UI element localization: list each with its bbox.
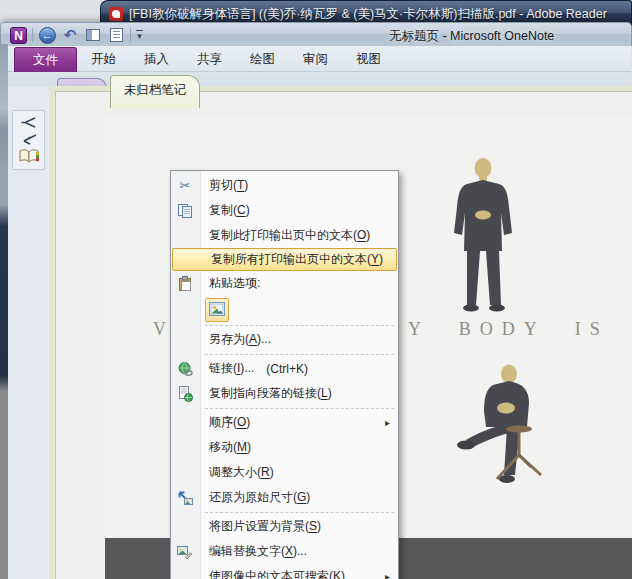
- menu-item-copy-text-this-page[interactable]: 复制此打印输出页中的文本(O): [171, 223, 398, 248]
- paste-picture-icon[interactable]: [205, 298, 229, 322]
- tab-view[interactable]: 视图: [342, 47, 395, 72]
- submenu-arrow-icon: ▸: [385, 417, 390, 428]
- menu-item-label: 将图片设置为背景(S): [209, 518, 321, 535]
- nav-back-icon[interactable]: [20, 132, 38, 145]
- undo-icon: ↶: [64, 28, 77, 42]
- scissors-icon: ✂: [176, 178, 194, 194]
- seated-man-photo[interactable]: [453, 363, 557, 513]
- menu-item-label: 使图像中的文本可搜索(K): [209, 568, 345, 579]
- paste-icon: [176, 276, 194, 292]
- qat-separator: [32, 28, 33, 42]
- menu-item-make-image-text-searchable[interactable]: 使图像中的文本可搜索(K)▸: [171, 564, 398, 579]
- cover-text-right: Y BODY IS: [408, 319, 609, 340]
- menu-item-label: 复制指向段落的链接(L): [209, 385, 332, 402]
- restore-size-icon: [176, 490, 194, 506]
- menu-item-save-as[interactable]: 另存为(A)...: [171, 327, 398, 352]
- shortcut-label: (Ctrl+K): [266, 362, 308, 376]
- window-title: 无标题页 - Microsoft OneNote: [389, 28, 554, 45]
- menu-item-label: 复制(C): [209, 202, 250, 219]
- document-icon: [110, 28, 123, 42]
- tab-review[interactable]: 审阅: [289, 47, 342, 72]
- menu-item-resize[interactable]: 调整大小(R): [171, 460, 398, 485]
- menu-item-move[interactable]: 移动(M): [171, 435, 398, 460]
- menu-item-cut[interactable]: ✂剪切(T): [171, 173, 398, 198]
- paragraph-link-icon: [176, 386, 194, 402]
- submenu-arrow-icon: ▸: [385, 571, 390, 579]
- menu-item-order[interactable]: 顺序(O)▸: [171, 410, 398, 435]
- menu-item-label: 移动(M): [209, 439, 251, 456]
- menu-item-set-picture-as-background[interactable]: 将图片设置为背景(S): [171, 514, 398, 539]
- tab-share[interactable]: 共享: [183, 47, 236, 72]
- paste-option-picture[interactable]: [171, 296, 398, 323]
- adobe-window-title: [FBI教你破解身体语言] ((美)乔·纳瓦罗 & (美)马文·卡尔林斯)扫描版…: [129, 6, 607, 23]
- tab-draw[interactable]: 绘图: [236, 47, 289, 72]
- menu-item-label: 编辑替换文字(X)...: [209, 543, 307, 560]
- quick-access-toolbar: N ← ↶ ▾: [10, 26, 143, 44]
- alt-text-icon: [176, 544, 194, 560]
- menu-item-copy-text-all-pages[interactable]: 复制所有打印输出页中的文本(Y): [172, 248, 397, 271]
- back-button[interactable]: ←: [38, 26, 56, 44]
- ribbon-tab-row: 文件 开始 插入 共享 绘图 审阅 视图: [1, 46, 631, 72]
- menu-item-label: 顺序(O): [209, 414, 250, 431]
- copy-icon: [176, 203, 194, 219]
- menu-item-label: 另存为(A)...: [209, 331, 271, 348]
- menu-item-label: 复制所有打印输出页中的文本(Y): [211, 251, 383, 268]
- menu-item-label: 剪切(T): [209, 177, 248, 194]
- context-menu: ✂剪切(T)复制(C)复制此打印输出页中的文本(O)复制所有打印输出页中的文本(…: [170, 170, 399, 579]
- nav-forward-icon[interactable]: [20, 116, 38, 129]
- adobe-reader-icon: [109, 7, 123, 21]
- menu-item-label: 粘贴选项:: [209, 275, 260, 292]
- qat-separator: [130, 28, 131, 42]
- notebooks-icon[interactable]: [18, 148, 40, 165]
- onenote-titlebar[interactable]: N ← ↶ ▾ 无标题页 - Microsoft OneNote: [0, 22, 632, 46]
- menu-item-copy[interactable]: 复制(C): [171, 198, 398, 223]
- dock-icon: [86, 29, 100, 41]
- onenote-logo[interactable]: N: [10, 27, 27, 44]
- menu-item-copy-paragraph-link[interactable]: 复制指向段落的链接(L): [171, 381, 398, 406]
- menu-item-label: 还原为原始尺寸(G): [209, 489, 310, 506]
- menu-item-edit-alt-text[interactable]: 编辑替换文字(X)...: [171, 539, 398, 564]
- undo-button[interactable]: ↶: [61, 26, 79, 44]
- window-edge-strip: [0, 44, 8, 579]
- standing-man-photo[interactable]: [438, 155, 528, 323]
- section-tab-unfiled-notes[interactable]: 未归档笔记: [110, 75, 200, 108]
- back-arrow-icon: ←: [39, 27, 56, 44]
- notebook-sidebar: [8, 86, 51, 579]
- tab-file[interactable]: 文件: [14, 47, 77, 72]
- paste-options-label: 粘贴选项:: [171, 271, 398, 296]
- tab-insert[interactable]: 插入: [130, 47, 183, 72]
- link-icon: [176, 361, 194, 377]
- menu-item-label: 链接(I)...: [209, 360, 254, 377]
- menu-item-label: 复制此打印输出页中的文本(O): [209, 227, 370, 244]
- dock-to-desktop-button[interactable]: [84, 26, 102, 44]
- tab-home[interactable]: 开始: [77, 47, 130, 72]
- menu-item-link[interactable]: 链接(I)...(Ctrl+K): [171, 356, 398, 381]
- full-page-view-button[interactable]: [107, 26, 125, 44]
- onenote-window: N ← ↶ ▾ 无标题页 - Microsoft OneNote 文件 开始 插…: [0, 22, 632, 579]
- screen: [FBI教你破解身体语言] ((美)乔·纳瓦罗 & (美)马文·卡尔林斯)扫描版…: [0, 0, 632, 579]
- customize-qat-dropdown[interactable]: ▾: [136, 30, 143, 40]
- menu-item-label: 调整大小(R): [209, 464, 274, 481]
- menu-item-restore-original-size[interactable]: 还原为原始尺寸(G): [171, 485, 398, 510]
- navigation-panel: [12, 110, 45, 170]
